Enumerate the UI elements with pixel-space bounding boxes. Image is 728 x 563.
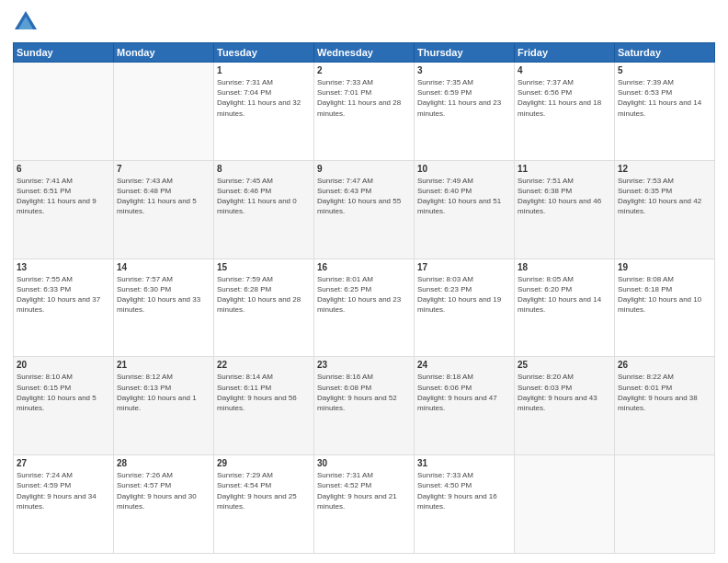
day-info: Sunrise: 7:51 AM Sunset: 6:38 PM Dayligh… — [518, 176, 611, 217]
day-info: Sunrise: 8:03 AM Sunset: 6:23 PM Dayligh… — [417, 274, 511, 316]
calendar-cell — [615, 455, 715, 554]
day-number: 13 — [17, 262, 110, 272]
day-number: 12 — [618, 164, 711, 174]
day-info: Sunrise: 7:31 AM Sunset: 4:52 PM Dayligh… — [317, 470, 411, 511]
day-info: Sunrise: 7:33 AM Sunset: 4:50 PM Dayligh… — [417, 470, 511, 511]
logo — [13, 9, 42, 35]
calendar-cell: 18Sunrise: 8:05 AM Sunset: 6:20 PM Dayli… — [515, 259, 615, 357]
day-info: Sunrise: 7:53 AM Sunset: 6:35 PM Dayligh… — [618, 176, 711, 217]
day-number: 8 — [217, 164, 311, 174]
day-number: 31 — [417, 458, 511, 468]
calendar-cell: 14Sunrise: 7:57 AM Sunset: 6:30 PM Dayli… — [114, 259, 214, 357]
calendar-cell: 4Sunrise: 7:37 AM Sunset: 6:56 PM Daylig… — [515, 63, 615, 161]
day-info: Sunrise: 8:10 AM Sunset: 6:15 PM Dayligh… — [17, 372, 110, 413]
calendar-cell: 6Sunrise: 7:41 AM Sunset: 6:51 PM Daylig… — [14, 160, 114, 259]
day-number: 30 — [317, 458, 411, 468]
day-number: 16 — [317, 262, 411, 272]
day-number: 28 — [117, 458, 210, 468]
day-info: Sunrise: 8:18 AM Sunset: 6:06 PM Dayligh… — [417, 372, 511, 413]
calendar-cell: 1Sunrise: 7:31 AM Sunset: 7:04 PM Daylig… — [214, 63, 314, 161]
day-number: 24 — [417, 360, 511, 370]
calendar-cell: 17Sunrise: 8:03 AM Sunset: 6:23 PM Dayli… — [415, 259, 515, 357]
calendar-cell: 11Sunrise: 7:51 AM Sunset: 6:38 PM Dayli… — [515, 160, 615, 259]
day-number: 3 — [417, 65, 511, 75]
calendar-cell: 25Sunrise: 8:20 AM Sunset: 6:03 PM Dayli… — [515, 357, 615, 455]
weekday-row: SundayMondayTuesdayWednesdayThursdayFrid… — [14, 43, 715, 63]
weekday-friday: Friday — [515, 43, 615, 63]
day-number: 15 — [217, 262, 311, 272]
day-info: Sunrise: 7:24 AM Sunset: 4:59 PM Dayligh… — [17, 470, 110, 511]
day-number: 27 — [17, 458, 110, 468]
calendar-cell: 29Sunrise: 7:29 AM Sunset: 4:54 PM Dayli… — [214, 455, 314, 554]
calendar-cell: 5Sunrise: 7:39 AM Sunset: 6:53 PM Daylig… — [615, 63, 715, 161]
day-number: 10 — [417, 164, 511, 174]
day-info: Sunrise: 7:26 AM Sunset: 4:57 PM Dayligh… — [117, 470, 210, 511]
calendar-cell: 15Sunrise: 7:59 AM Sunset: 6:28 PM Dayli… — [214, 259, 314, 357]
calendar-cell — [114, 63, 214, 161]
day-number: 19 — [618, 262, 711, 272]
day-number: 14 — [117, 262, 210, 272]
calendar-cell: 16Sunrise: 8:01 AM Sunset: 6:25 PM Dayli… — [314, 259, 415, 357]
day-info: Sunrise: 8:05 AM Sunset: 6:20 PM Dayligh… — [518, 274, 611, 316]
day-info: Sunrise: 7:47 AM Sunset: 6:43 PM Dayligh… — [317, 176, 411, 217]
day-number: 17 — [417, 262, 511, 272]
day-info: Sunrise: 8:08 AM Sunset: 6:18 PM Dayligh… — [618, 274, 711, 316]
calendar-cell: 21Sunrise: 8:12 AM Sunset: 6:13 PM Dayli… — [114, 357, 214, 455]
calendar-cell: 23Sunrise: 8:16 AM Sunset: 6:08 PM Dayli… — [314, 357, 415, 455]
day-info: Sunrise: 7:37 AM Sunset: 6:56 PM Dayligh… — [518, 77, 611, 119]
day-number: 29 — [217, 458, 311, 468]
day-number: 1 — [217, 65, 311, 75]
day-number: 7 — [117, 164, 210, 174]
calendar-cell — [515, 455, 615, 554]
calendar-cell: 27Sunrise: 7:24 AM Sunset: 4:59 PM Dayli… — [14, 455, 114, 554]
week-row-2: 13Sunrise: 7:55 AM Sunset: 6:33 PM Dayli… — [14, 259, 715, 357]
day-number: 2 — [317, 65, 411, 75]
calendar-cell: 8Sunrise: 7:45 AM Sunset: 6:46 PM Daylig… — [214, 160, 314, 259]
calendar: SundayMondayTuesdayWednesdayThursdayFrid… — [13, 42, 715, 554]
day-info: Sunrise: 8:14 AM Sunset: 6:11 PM Dayligh… — [217, 372, 311, 413]
day-info: Sunrise: 8:22 AM Sunset: 6:01 PM Dayligh… — [618, 372, 711, 413]
day-info: Sunrise: 8:01 AM Sunset: 6:25 PM Dayligh… — [317, 274, 411, 316]
calendar-cell: 26Sunrise: 8:22 AM Sunset: 6:01 PM Dayli… — [615, 357, 715, 455]
day-info: Sunrise: 7:55 AM Sunset: 6:33 PM Dayligh… — [17, 274, 110, 316]
day-number: 25 — [518, 360, 611, 370]
day-info: Sunrise: 7:43 AM Sunset: 6:48 PM Dayligh… — [117, 176, 210, 217]
calendar-cell: 20Sunrise: 8:10 AM Sunset: 6:15 PM Dayli… — [14, 357, 114, 455]
day-info: Sunrise: 8:20 AM Sunset: 6:03 PM Dayligh… — [518, 372, 611, 413]
day-info: Sunrise: 8:12 AM Sunset: 6:13 PM Dayligh… — [117, 372, 210, 413]
page-container: SundayMondayTuesdayWednesdayThursdayFrid… — [0, 0, 728, 563]
day-info: Sunrise: 7:45 AM Sunset: 6:46 PM Dayligh… — [217, 176, 311, 217]
weekday-sunday: Sunday — [14, 43, 114, 63]
day-number: 4 — [518, 65, 611, 75]
calendar-cell: 22Sunrise: 8:14 AM Sunset: 6:11 PM Dayli… — [214, 357, 314, 455]
day-number: 18 — [518, 262, 611, 272]
weekday-tuesday: Tuesday — [214, 43, 314, 63]
week-row-1: 6Sunrise: 7:41 AM Sunset: 6:51 PM Daylig… — [14, 160, 715, 259]
day-info: Sunrise: 7:33 AM Sunset: 7:01 PM Dayligh… — [317, 77, 411, 119]
calendar-cell: 24Sunrise: 8:18 AM Sunset: 6:06 PM Dayli… — [415, 357, 515, 455]
calendar-cell: 13Sunrise: 7:55 AM Sunset: 6:33 PM Dayli… — [14, 259, 114, 357]
day-number: 23 — [317, 360, 411, 370]
calendar-cell: 12Sunrise: 7:53 AM Sunset: 6:35 PM Dayli… — [615, 160, 715, 259]
logo-icon — [13, 9, 39, 35]
day-number: 26 — [618, 360, 711, 370]
day-number: 22 — [217, 360, 311, 370]
day-info: Sunrise: 7:35 AM Sunset: 6:59 PM Dayligh… — [417, 77, 511, 119]
header — [13, 9, 715, 35]
calendar-cell: 7Sunrise: 7:43 AM Sunset: 6:48 PM Daylig… — [114, 160, 214, 259]
weekday-saturday: Saturday — [615, 43, 715, 63]
calendar-cell: 3Sunrise: 7:35 AM Sunset: 6:59 PM Daylig… — [415, 63, 515, 161]
day-number: 20 — [17, 360, 110, 370]
calendar-cell — [14, 63, 114, 161]
calendar-cell: 10Sunrise: 7:49 AM Sunset: 6:40 PM Dayli… — [415, 160, 515, 259]
day-info: Sunrise: 7:57 AM Sunset: 6:30 PM Dayligh… — [117, 274, 210, 316]
day-info: Sunrise: 7:59 AM Sunset: 6:28 PM Dayligh… — [217, 274, 311, 316]
week-row-3: 20Sunrise: 8:10 AM Sunset: 6:15 PM Dayli… — [14, 357, 715, 455]
calendar-cell: 2Sunrise: 7:33 AM Sunset: 7:01 PM Daylig… — [314, 63, 415, 161]
day-number: 9 — [317, 164, 411, 174]
day-info: Sunrise: 7:49 AM Sunset: 6:40 PM Dayligh… — [417, 176, 511, 217]
calendar-body: 1Sunrise: 7:31 AM Sunset: 7:04 PM Daylig… — [14, 63, 715, 554]
calendar-cell: 31Sunrise: 7:33 AM Sunset: 4:50 PM Dayli… — [415, 455, 515, 554]
calendar-header: SundayMondayTuesdayWednesdayThursdayFrid… — [14, 43, 715, 63]
calendar-cell: 28Sunrise: 7:26 AM Sunset: 4:57 PM Dayli… — [114, 455, 214, 554]
